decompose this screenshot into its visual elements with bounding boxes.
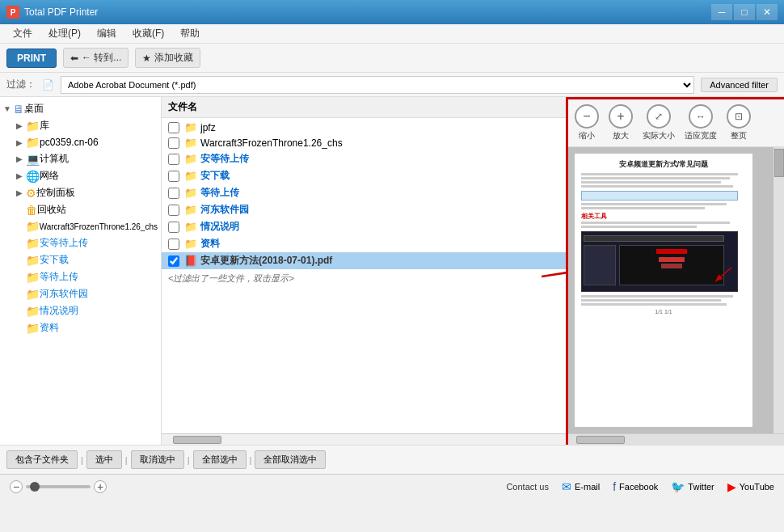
email-link[interactable]: ✉ E-mail xyxy=(562,480,600,493)
pdf-text-line5 xyxy=(581,226,697,228)
svg-line-3 xyxy=(715,268,731,281)
expand-icon: ▼ xyxy=(3,104,11,113)
close-button[interactable]: ✕ xyxy=(757,4,778,20)
back-button[interactable]: ⬅ ← 转到... xyxy=(63,48,129,68)
youtube-icon: ▶ xyxy=(727,480,736,493)
tree-item-qingkuang[interactable]: 📁 情况说明 xyxy=(0,302,161,319)
folder-icon-hedong: 📁 xyxy=(26,288,40,301)
file-item-dengdai-f[interactable]: 📁 安等待上传 xyxy=(162,150,566,167)
file-item-jpfz[interactable]: 📁 jpfz xyxy=(162,120,566,135)
tree-item-desktop[interactable]: ▼ 🖥 桌面 xyxy=(0,100,161,117)
contact-us-link[interactable]: Contact us xyxy=(506,482,549,492)
file-checkbox-dengdai2-f[interactable] xyxy=(168,188,179,199)
pdf-icon: 📕 xyxy=(184,255,197,267)
tree-item-warcraft[interactable]: 📁 Warcraft3FrozenThrone1.26_chs xyxy=(0,218,161,234)
file-checkbox-xiazai-f[interactable] xyxy=(168,171,179,182)
file-checkbox-ziliao-f[interactable] xyxy=(168,239,179,250)
file-checkbox-qingkuang-f[interactable] xyxy=(168,222,179,233)
advanced-filter-button[interactable]: Advanced filter xyxy=(701,78,778,92)
preview-h-thumb[interactable] xyxy=(576,436,625,444)
deselect-button[interactable]: 取消选中 xyxy=(131,450,184,469)
youtube-label: YouTube xyxy=(740,482,774,492)
scroll-thumb-v[interactable] xyxy=(774,149,784,177)
tree-item-network[interactable]: ▶ 🌐 网络 xyxy=(0,167,161,184)
menu-edit[interactable]: 编辑 xyxy=(91,25,123,42)
dark-arrow xyxy=(695,264,736,288)
file-item-qingkuang-f[interactable]: 📁 情况说明 xyxy=(162,218,566,235)
file-item-ziliao-f[interactable]: 📁 资料 xyxy=(162,235,566,252)
file-item-dengdai2-f[interactable]: 📁 等待上传 xyxy=(162,184,566,201)
tree-label-dengdai: 安等待上传 xyxy=(40,236,88,250)
youtube-link[interactable]: ▶ YouTube xyxy=(727,480,774,493)
file-item-warcraft[interactable]: 📁 Warcraft3FrozenThrone1.26_chs xyxy=(162,135,566,150)
file-name-jpfz: jpfz xyxy=(200,122,216,133)
tree-item-dengdai2[interactable]: 📁 等待上传 xyxy=(0,268,161,285)
zoom-in-button[interactable]: + 放大 xyxy=(609,104,633,141)
horizontal-scrollbar[interactable] xyxy=(162,433,566,445)
scroll-thumb[interactable] xyxy=(173,436,221,444)
tree-item-recycle[interactable]: 🗑 回收站 xyxy=(0,201,161,218)
tree-item-ziliao[interactable]: 📁 资料 xyxy=(0,319,161,336)
tree-item-dengdai[interactable]: 📁 安等待上传 xyxy=(0,234,161,251)
fit-width-label: 适应宽度 xyxy=(685,130,717,141)
filter-select[interactable]: Adobe Acrobat Document (*.pdf) xyxy=(61,76,694,94)
deselect-all-button[interactable]: 全部取消选中 xyxy=(255,450,326,469)
facebook-link[interactable]: f Facebook xyxy=(613,480,658,493)
file-checkbox-pdf1[interactable] xyxy=(168,255,179,267)
tree-label-network: 网络 xyxy=(40,169,59,183)
menu-process[interactable]: 处理(P) xyxy=(42,25,87,42)
app-icon: P xyxy=(6,6,19,19)
menu-favorites[interactable]: 收藏(F) xyxy=(126,25,171,42)
maximize-button[interactable]: □ xyxy=(734,4,755,20)
select-all-button[interactable]: 全部选中 xyxy=(193,450,247,469)
folder-icon-lib: 📁 xyxy=(26,120,40,133)
folder-icon-pc: 📁 xyxy=(26,136,40,149)
folder-icon-xiazai: 📁 xyxy=(26,254,40,267)
fit-width-icon: ↔ xyxy=(689,104,713,129)
tree-label-recycle: 回收站 xyxy=(37,203,66,217)
file-header: 文件名 xyxy=(162,97,566,118)
facebook-icon: f xyxy=(613,480,616,493)
file-checkbox-jpfz[interactable] xyxy=(168,122,179,133)
tree-item-xiazai[interactable]: 📁 安下载 xyxy=(0,251,161,268)
file-checkbox-dengdai-f[interactable] xyxy=(168,154,179,165)
tree-item-computer[interactable]: ▶ 💻 计算机 xyxy=(0,150,161,167)
file-name-pdf1: 安卓更新方法(2018-07-01).pdf xyxy=(200,254,332,268)
file-item-xiazai-f[interactable]: 📁 安下载 xyxy=(162,167,566,184)
back-icon: ⬅ xyxy=(70,53,78,64)
zoom-minus-icon[interactable]: − xyxy=(10,480,23,493)
file-name-dengdai2-f: 等待上传 xyxy=(200,186,239,200)
tree-item-hedong[interactable]: 📁 河东软件园 xyxy=(0,285,161,302)
preview-scrollbar-h[interactable] xyxy=(568,433,784,445)
zoom-out-button[interactable]: − 缩小 xyxy=(575,104,599,141)
menu-file[interactable]: 文件 xyxy=(6,25,39,42)
minimize-button[interactable]: ─ xyxy=(711,4,732,20)
pdf-section-title: 相关工具 xyxy=(581,213,746,220)
fit-width-button[interactable]: ↔ 适应宽度 xyxy=(685,104,717,141)
file-item-hedong-f[interactable]: 📁 河东软件园 xyxy=(162,201,566,218)
include-subfolders-button[interactable]: 包含子文件夹 xyxy=(6,450,78,469)
file-item-pdf1[interactable]: 📕 安卓更新方法(2018-07-01).pdf xyxy=(162,252,566,269)
filter-bar: 过滤： 📄 Adobe Acrobat Document (*.pdf) Adv… xyxy=(0,73,784,97)
select-button[interactable]: 选中 xyxy=(86,450,122,469)
status-right: Contact us ✉ E-mail f Facebook 🐦 Twitter… xyxy=(120,480,774,493)
tree-item-controlpanel[interactable]: ▶ ⚙ 控制面板 xyxy=(0,184,161,201)
menu-help[interactable]: 帮助 xyxy=(174,25,206,42)
file-checkbox-warcraft[interactable] xyxy=(168,137,179,149)
pdf-text-line xyxy=(581,185,733,188)
zoom-plus-icon[interactable]: + xyxy=(94,480,107,493)
tree-item-pc0359[interactable]: ▶ 📁 pc0359.cn-06 xyxy=(0,134,161,150)
tree-item-library[interactable]: ▶ 📁 库 xyxy=(0,117,161,134)
slider-thumb xyxy=(30,482,40,492)
pdf-text-line8 xyxy=(581,303,727,306)
twitter-link[interactable]: 🐦 Twitter xyxy=(671,480,714,493)
add-favorite-button[interactable]: ★ 添加收藏 xyxy=(135,48,200,68)
print-button[interactable]: PRINT xyxy=(6,49,57,68)
preview-scrollbar-v[interactable] xyxy=(773,147,784,433)
actual-size-button[interactable]: ⤢ 实际大小 xyxy=(643,104,675,141)
twitter-label: Twitter xyxy=(688,482,714,492)
file-checkbox-hedong-f[interactable] xyxy=(168,205,179,216)
separator3: | xyxy=(188,455,190,465)
fit-page-button[interactable]: ⊡ 整页 xyxy=(727,104,751,141)
slider-track[interactable] xyxy=(26,485,91,488)
